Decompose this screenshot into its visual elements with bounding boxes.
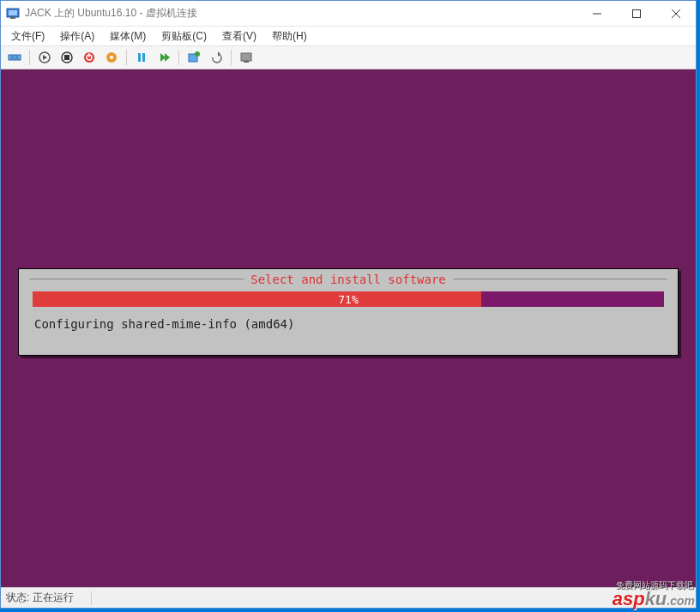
svg-point-18 bbox=[110, 56, 113, 59]
installer-dialog: Select and install software 71% Configur… bbox=[18, 268, 679, 356]
svg-rect-19 bbox=[138, 53, 141, 62]
statusbar-separator bbox=[91, 591, 92, 605]
toolbar bbox=[1, 45, 696, 69]
window-title: JACK 上的 Ubuntu16.10 - 虚拟机连接 bbox=[25, 6, 577, 21]
toolbar-separator bbox=[126, 50, 127, 65]
menu-view[interactable]: 查看(V) bbox=[215, 27, 263, 45]
enhanced-session-button[interactable] bbox=[236, 48, 256, 67]
app-icon bbox=[6, 7, 20, 21]
svg-rect-8 bbox=[13, 55, 16, 60]
svg-rect-2 bbox=[10, 17, 15, 19]
toolbar-separator bbox=[29, 50, 30, 65]
installer-status: Configuring shared-mime-info (amd64) bbox=[29, 317, 667, 331]
shutdown-button[interactable] bbox=[79, 48, 100, 67]
menu-file[interactable]: 文件(F) bbox=[4, 27, 51, 45]
svg-rect-27 bbox=[244, 61, 249, 63]
svg-point-24 bbox=[195, 51, 200, 57]
save-button[interactable] bbox=[101, 48, 122, 67]
start-button[interactable] bbox=[34, 48, 55, 67]
status-label: 状态: 正在运行 bbox=[6, 591, 74, 605]
svg-rect-1 bbox=[9, 10, 17, 15]
progress-bar: 71% bbox=[33, 291, 664, 307]
reset-button[interactable] bbox=[154, 48, 174, 67]
menu-media[interactable]: 媒体(M) bbox=[103, 27, 153, 45]
menu-help[interactable]: 帮助(H) bbox=[265, 27, 314, 45]
revert-button[interactable] bbox=[206, 48, 226, 67]
vm-connection-window: JACK 上的 Ubuntu16.10 - 虚拟机连接 文件(F) 操作(A) … bbox=[0, 0, 697, 609]
ctrl-alt-del-button[interactable] bbox=[4, 48, 25, 67]
toolbar-separator bbox=[178, 50, 179, 65]
svg-rect-7 bbox=[9, 55, 12, 60]
checkpoint-button[interactable] bbox=[184, 48, 204, 67]
close-button[interactable] bbox=[656, 1, 696, 26]
dialog-title: Select and install software bbox=[244, 273, 453, 286]
svg-marker-11 bbox=[43, 55, 47, 60]
dialog-title-row: Select and install software bbox=[29, 273, 667, 285]
svg-rect-4 bbox=[633, 9, 641, 17]
menubar: 文件(F) 操作(A) 媒体(M) 剪贴板(C) 查看(V) 帮助(H) bbox=[1, 27, 696, 45]
svg-rect-20 bbox=[142, 53, 145, 62]
titlebar: JACK 上的 Ubuntu16.10 - 虚拟机连接 bbox=[1, 1, 696, 27]
svg-marker-22 bbox=[165, 53, 170, 62]
progress-row: 71% bbox=[29, 290, 667, 309]
menu-action[interactable]: 操作(A) bbox=[53, 27, 101, 45]
pause-button[interactable] bbox=[131, 48, 152, 67]
turn-off-button[interactable] bbox=[57, 48, 77, 67]
vm-display[interactable]: Select and install software 71% Configur… bbox=[1, 69, 696, 587]
menu-clipboard[interactable]: 剪贴板(C) bbox=[154, 27, 214, 45]
svg-rect-26 bbox=[241, 53, 251, 61]
progress-label: 71% bbox=[338, 293, 358, 306]
progress-bar-fill bbox=[33, 291, 481, 307]
toolbar-separator bbox=[231, 50, 232, 65]
statusbar: 状态: 正在运行 bbox=[1, 587, 696, 608]
svg-rect-9 bbox=[17, 55, 21, 60]
svg-rect-13 bbox=[64, 55, 69, 60]
maximize-button[interactable] bbox=[617, 1, 656, 26]
window-controls bbox=[577, 1, 696, 26]
minimize-button[interactable] bbox=[577, 1, 617, 26]
